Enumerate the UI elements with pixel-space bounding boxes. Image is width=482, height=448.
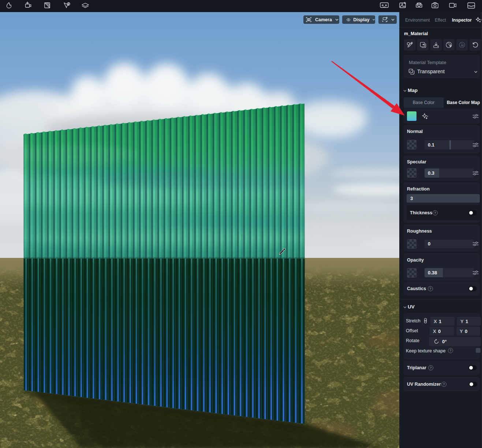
svg-text:AI: AI bbox=[461, 44, 463, 47]
